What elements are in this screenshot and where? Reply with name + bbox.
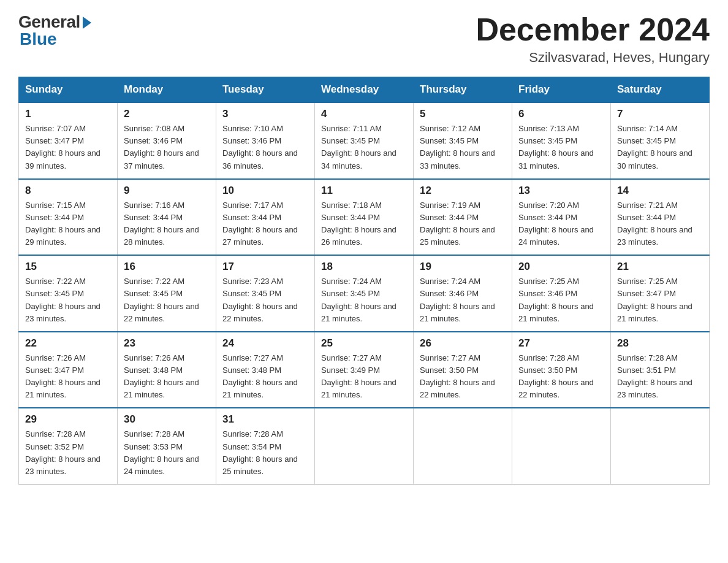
day-info: Sunrise: 7:21 AMSunset: 3:44 PMDaylight:… xyxy=(617,199,703,249)
calendar-day-cell: 4Sunrise: 7:11 AMSunset: 3:45 PMDaylight… xyxy=(315,102,414,179)
day-number: 12 xyxy=(420,185,506,197)
calendar-day-cell: 3Sunrise: 7:10 AMSunset: 3:46 PMDaylight… xyxy=(216,102,315,179)
day-info: Sunrise: 7:28 AMSunset: 3:52 PMDaylight:… xyxy=(25,428,111,478)
calendar-day-cell: 2Sunrise: 7:08 AMSunset: 3:46 PMDaylight… xyxy=(118,102,216,179)
day-number: 5 xyxy=(420,108,506,120)
day-number: 7 xyxy=(617,108,703,120)
day-info: Sunrise: 7:22 AMSunset: 3:45 PMDaylight:… xyxy=(25,275,111,325)
day-number: 4 xyxy=(321,108,407,120)
day-number: 19 xyxy=(420,261,506,273)
day-number: 21 xyxy=(617,261,703,273)
day-number: 2 xyxy=(124,108,210,120)
day-number: 3 xyxy=(222,108,308,120)
day-info: Sunrise: 7:20 AMSunset: 3:44 PMDaylight:… xyxy=(518,199,604,249)
calendar-day-cell: 5Sunrise: 7:12 AMSunset: 3:45 PMDaylight… xyxy=(414,102,512,179)
calendar-col-header-friday: Friday xyxy=(512,77,611,103)
calendar-day-cell: 24Sunrise: 7:27 AMSunset: 3:48 PMDayligh… xyxy=(216,332,315,408)
calendar-table: SundayMondayTuesdayWednesdayThursdayFrid… xyxy=(18,77,710,484)
day-number: 9 xyxy=(124,185,210,197)
calendar-day-cell: 19Sunrise: 7:24 AMSunset: 3:46 PMDayligh… xyxy=(414,255,512,332)
day-info: Sunrise: 7:17 AMSunset: 3:44 PMDaylight:… xyxy=(222,199,308,249)
calendar-day-cell xyxy=(315,408,414,484)
day-info: Sunrise: 7:28 AMSunset: 3:54 PMDaylight:… xyxy=(222,428,308,478)
location-text: Szilvasvarad, Heves, Hungary xyxy=(476,50,710,66)
calendar-col-header-tuesday: Tuesday xyxy=(216,77,315,103)
calendar-day-cell: 26Sunrise: 7:27 AMSunset: 3:50 PMDayligh… xyxy=(414,332,512,408)
calendar-col-header-wednesday: Wednesday xyxy=(315,77,414,103)
day-number: 18 xyxy=(321,261,407,273)
logo: General Blue xyxy=(18,12,91,49)
calendar-col-header-monday: Monday xyxy=(118,77,216,103)
day-number: 16 xyxy=(124,261,210,273)
day-info: Sunrise: 7:28 AMSunset: 3:50 PMDaylight:… xyxy=(518,352,604,402)
logo-blue-text: Blue xyxy=(20,29,57,49)
day-info: Sunrise: 7:12 AMSunset: 3:45 PMDaylight:… xyxy=(420,123,506,172)
day-number: 29 xyxy=(25,413,111,426)
day-info: Sunrise: 7:27 AMSunset: 3:49 PMDaylight:… xyxy=(321,352,407,402)
calendar-day-cell: 21Sunrise: 7:25 AMSunset: 3:47 PMDayligh… xyxy=(611,255,710,332)
day-info: Sunrise: 7:15 AMSunset: 3:44 PMDaylight:… xyxy=(25,199,111,249)
calendar-week-row: 29Sunrise: 7:28 AMSunset: 3:52 PMDayligh… xyxy=(19,408,710,484)
calendar-day-cell: 12Sunrise: 7:19 AMSunset: 3:44 PMDayligh… xyxy=(414,179,512,256)
calendar-col-header-sunday: Sunday xyxy=(19,77,118,103)
day-number: 13 xyxy=(518,185,604,197)
calendar-day-cell: 13Sunrise: 7:20 AMSunset: 3:44 PMDayligh… xyxy=(512,179,611,256)
day-info: Sunrise: 7:13 AMSunset: 3:45 PMDaylight:… xyxy=(518,123,604,172)
calendar-day-cell: 20Sunrise: 7:25 AMSunset: 3:46 PMDayligh… xyxy=(512,255,611,332)
calendar-day-cell: 23Sunrise: 7:26 AMSunset: 3:48 PMDayligh… xyxy=(118,332,216,408)
calendar-day-cell: 8Sunrise: 7:15 AMSunset: 3:44 PMDaylight… xyxy=(19,179,118,256)
day-number: 23 xyxy=(124,337,210,350)
day-number: 27 xyxy=(518,337,604,350)
calendar-day-cell: 29Sunrise: 7:28 AMSunset: 3:52 PMDayligh… xyxy=(19,408,118,484)
calendar-header-row: SundayMondayTuesdayWednesdayThursdayFrid… xyxy=(19,77,710,103)
day-info: Sunrise: 7:24 AMSunset: 3:45 PMDaylight:… xyxy=(321,275,407,325)
calendar-day-cell: 17Sunrise: 7:23 AMSunset: 3:45 PMDayligh… xyxy=(216,255,315,332)
day-info: Sunrise: 7:23 AMSunset: 3:45 PMDaylight:… xyxy=(222,275,308,325)
calendar-day-cell: 15Sunrise: 7:22 AMSunset: 3:45 PMDayligh… xyxy=(19,255,118,332)
day-info: Sunrise: 7:27 AMSunset: 3:48 PMDaylight:… xyxy=(222,352,308,402)
day-info: Sunrise: 7:26 AMSunset: 3:47 PMDaylight:… xyxy=(25,352,111,402)
day-info: Sunrise: 7:25 AMSunset: 3:47 PMDaylight:… xyxy=(617,275,703,325)
day-number: 17 xyxy=(222,261,308,273)
calendar-day-cell: 30Sunrise: 7:28 AMSunset: 3:53 PMDayligh… xyxy=(118,408,216,484)
calendar-week-row: 1Sunrise: 7:07 AMSunset: 3:47 PMDaylight… xyxy=(19,102,710,179)
day-info: Sunrise: 7:18 AMSunset: 3:44 PMDaylight:… xyxy=(321,199,407,249)
calendar-week-row: 22Sunrise: 7:26 AMSunset: 3:47 PMDayligh… xyxy=(19,332,710,408)
day-number: 20 xyxy=(518,261,604,273)
calendar-week-row: 8Sunrise: 7:15 AMSunset: 3:44 PMDaylight… xyxy=(19,179,710,256)
title-block: December 2024 Szilvasvarad, Heves, Hunga… xyxy=(476,12,710,66)
day-number: 15 xyxy=(25,261,111,273)
day-number: 8 xyxy=(25,185,111,197)
month-title: December 2024 xyxy=(476,12,710,47)
day-info: Sunrise: 7:25 AMSunset: 3:46 PMDaylight:… xyxy=(518,275,604,325)
day-number: 30 xyxy=(124,413,210,426)
day-number: 25 xyxy=(321,337,407,350)
day-info: Sunrise: 7:07 AMSunset: 3:47 PMDaylight:… xyxy=(25,123,111,172)
day-info: Sunrise: 7:28 AMSunset: 3:51 PMDaylight:… xyxy=(617,352,703,402)
calendar-week-row: 15Sunrise: 7:22 AMSunset: 3:45 PMDayligh… xyxy=(19,255,710,332)
calendar-day-cell: 28Sunrise: 7:28 AMSunset: 3:51 PMDayligh… xyxy=(611,332,710,408)
calendar-day-cell: 1Sunrise: 7:07 AMSunset: 3:47 PMDaylight… xyxy=(19,102,118,179)
calendar-day-cell: 10Sunrise: 7:17 AMSunset: 3:44 PMDayligh… xyxy=(216,179,315,256)
day-number: 24 xyxy=(222,337,308,350)
day-number: 10 xyxy=(222,185,308,197)
calendar-day-cell: 27Sunrise: 7:28 AMSunset: 3:50 PMDayligh… xyxy=(512,332,611,408)
calendar-day-cell: 18Sunrise: 7:24 AMSunset: 3:45 PMDayligh… xyxy=(315,255,414,332)
calendar-col-header-thursday: Thursday xyxy=(414,77,512,103)
calendar-col-header-saturday: Saturday xyxy=(611,77,710,103)
calendar-day-cell: 6Sunrise: 7:13 AMSunset: 3:45 PMDaylight… xyxy=(512,102,611,179)
calendar-day-cell: 25Sunrise: 7:27 AMSunset: 3:49 PMDayligh… xyxy=(315,332,414,408)
calendar-day-cell xyxy=(512,408,611,484)
day-info: Sunrise: 7:24 AMSunset: 3:46 PMDaylight:… xyxy=(420,275,506,325)
day-number: 22 xyxy=(25,337,111,350)
day-info: Sunrise: 7:22 AMSunset: 3:45 PMDaylight:… xyxy=(124,275,210,325)
calendar-day-cell xyxy=(611,408,710,484)
day-info: Sunrise: 7:08 AMSunset: 3:46 PMDaylight:… xyxy=(124,123,210,172)
calendar-day-cell: 14Sunrise: 7:21 AMSunset: 3:44 PMDayligh… xyxy=(611,179,710,256)
calendar-day-cell: 7Sunrise: 7:14 AMSunset: 3:45 PMDaylight… xyxy=(611,102,710,179)
calendar-day-cell: 11Sunrise: 7:18 AMSunset: 3:44 PMDayligh… xyxy=(315,179,414,256)
day-number: 6 xyxy=(518,108,604,120)
day-info: Sunrise: 7:27 AMSunset: 3:50 PMDaylight:… xyxy=(420,352,506,402)
calendar-day-cell xyxy=(414,408,512,484)
calendar-day-cell: 16Sunrise: 7:22 AMSunset: 3:45 PMDayligh… xyxy=(118,255,216,332)
